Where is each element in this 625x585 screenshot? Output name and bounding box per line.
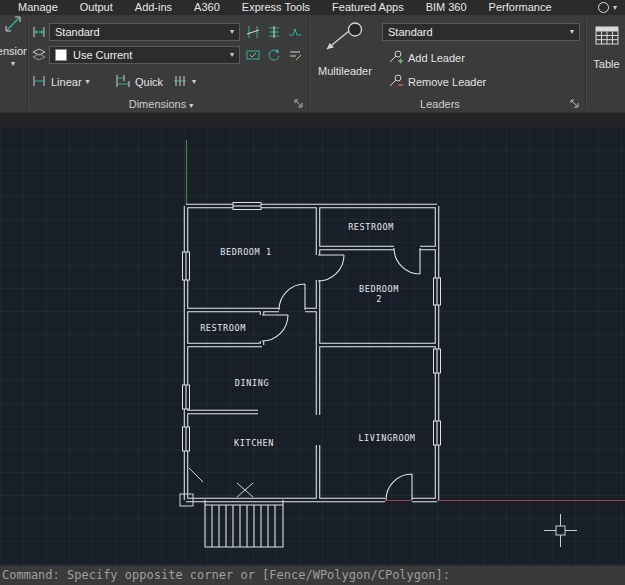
quick-label: Quick xyxy=(135,76,163,88)
inspect-icon[interactable] xyxy=(243,46,262,64)
caret-down-icon: ▾ xyxy=(230,51,234,59)
break-dimension-icon[interactable] xyxy=(243,23,262,41)
caret-down-icon: ▾ xyxy=(570,28,574,36)
file-tab-band xyxy=(0,113,625,128)
menu-tab-manage[interactable]: Manage xyxy=(7,0,69,15)
table-icon xyxy=(595,25,619,48)
ribbon: ension ▾ Standard ▾ Use xyxy=(0,15,625,113)
room-label-bedroom2: BEDROOM xyxy=(359,284,399,294)
remove-leader-button[interactable]: Remove Leader xyxy=(388,72,486,92)
caret-down-icon: ▾ xyxy=(189,101,193,110)
room-label-livingroom: LIVINGROOM xyxy=(358,433,415,443)
remove-leader-label: Remove Leader xyxy=(408,76,486,88)
command-line-input[interactable]: Command: Specify opposite corner or [Fen… xyxy=(0,565,625,585)
dim-style-icon xyxy=(29,23,49,41)
ribbon-cycle-icon[interactable] xyxy=(598,2,609,13)
dim-tools-row-1 xyxy=(243,23,304,41)
room-label-bedroom1: BEDROOM 1 xyxy=(220,247,271,257)
add-leader-label: Add Leader xyxy=(408,52,465,64)
override-icon[interactable] xyxy=(285,46,304,64)
table-button[interactable]: Table xyxy=(588,25,625,70)
caret-down-icon: ▾ xyxy=(11,60,15,68)
crosshair-cursor xyxy=(544,514,577,547)
multileader-style-dropdown[interactable]: Standard ▾ xyxy=(382,23,580,41)
dim-layer-value: Use Current xyxy=(73,49,132,61)
leaders-dialog-launcher-icon[interactable] xyxy=(570,99,580,109)
room-label-dining: DINING xyxy=(235,378,269,388)
caret-down-icon: ▾ xyxy=(86,78,90,86)
jog-line-icon[interactable] xyxy=(285,23,304,41)
dim-style-dropdown[interactable]: Standard ▾ xyxy=(49,23,240,41)
dimensions-dialog-launcher-icon[interactable] xyxy=(294,99,304,109)
dim-layer-dropdown[interactable]: Use Current ▾ xyxy=(49,46,240,64)
leaders-panel-title: Leaders xyxy=(420,98,460,110)
dimension-button-label: ension xyxy=(0,45,29,57)
menu-tab-featured-apps[interactable]: Featured Apps xyxy=(321,0,415,15)
dim-tools-row-2 xyxy=(243,46,304,64)
multileader-label: Multileader xyxy=(318,65,372,77)
update-icon[interactable] xyxy=(264,46,283,64)
panel-separator xyxy=(308,17,310,110)
layer-color-swatch xyxy=(55,49,67,61)
quick-dimension-button[interactable]: Quick xyxy=(115,72,163,92)
table-label: Table xyxy=(593,58,619,70)
menu-tab-performance[interactable]: Performance xyxy=(478,0,563,15)
menu-tab-addins[interactable]: Add-ins xyxy=(124,0,183,15)
menu-tab-output[interactable]: Output xyxy=(69,0,124,15)
multileader-button[interactable]: Multileader xyxy=(312,21,378,77)
dimensions-panel-label[interactable]: Dimensions ▾ xyxy=(28,98,294,110)
adjust-spacing-icon[interactable] xyxy=(264,23,283,41)
add-leader-icon xyxy=(388,49,404,67)
multileader-style-value: Standard xyxy=(388,26,433,38)
menu-tab-express-tools[interactable]: Express Tools xyxy=(231,0,321,15)
caret-down-icon: ▾ xyxy=(230,28,234,36)
continue-dimension-button[interactable]: ▾ xyxy=(172,72,196,92)
stairs xyxy=(205,500,283,547)
room-label-restroom-left: RESTROOM xyxy=(200,323,246,333)
dim-style-value: Standard xyxy=(55,26,100,38)
remove-leader-icon xyxy=(388,73,404,91)
caret-down-icon: ▾ xyxy=(192,78,196,86)
caret-down-icon[interactable]: ▾ xyxy=(613,4,617,12)
ribbon-tab-bar: Manage Output Add-ins A360 Express Tools… xyxy=(0,0,625,15)
dimension-icon xyxy=(4,15,22,35)
dimensions-panel-title: Dimensions xyxy=(129,98,186,110)
ribbon-options[interactable]: ▾ xyxy=(598,2,625,13)
room-label-restroom-top: RESTROOM xyxy=(348,222,394,232)
add-leader-button[interactable]: Add Leader xyxy=(388,48,465,68)
drawing-canvas[interactable]: BEDROOM 1 RESTROOM BEDROOM 2 RESTROOM DI… xyxy=(0,127,625,565)
room-label-bedroom2-line2: 2 xyxy=(376,294,382,304)
menu-tab-bim360[interactable]: BIM 360 xyxy=(415,0,478,15)
autocad-window: Manage Output Add-ins A360 Express Tools… xyxy=(0,0,625,585)
leaders-panel-label[interactable]: Leaders xyxy=(310,98,570,110)
panel-separator xyxy=(585,17,587,110)
quick-dimension-icon xyxy=(115,73,131,91)
floor-plan-drawing: BEDROOM 1 RESTROOM BEDROOM 2 RESTROOM DI… xyxy=(0,127,625,565)
multileader-icon xyxy=(322,21,368,55)
linear-dimension-icon xyxy=(31,73,47,91)
layer-icon xyxy=(29,46,49,64)
continue-dimension-icon xyxy=(172,73,188,91)
menu-tab-a360[interactable]: A360 xyxy=(183,0,231,15)
linear-dimension-button[interactable]: Linear ▾ xyxy=(31,72,90,92)
dimension-split-button[interactable]: ension ▾ xyxy=(0,15,26,68)
command-line-text: Command: Specify opposite corner or [Fen… xyxy=(2,568,450,582)
linear-label: Linear xyxy=(51,76,82,88)
room-label-kitchen: KITCHEN xyxy=(234,438,274,448)
